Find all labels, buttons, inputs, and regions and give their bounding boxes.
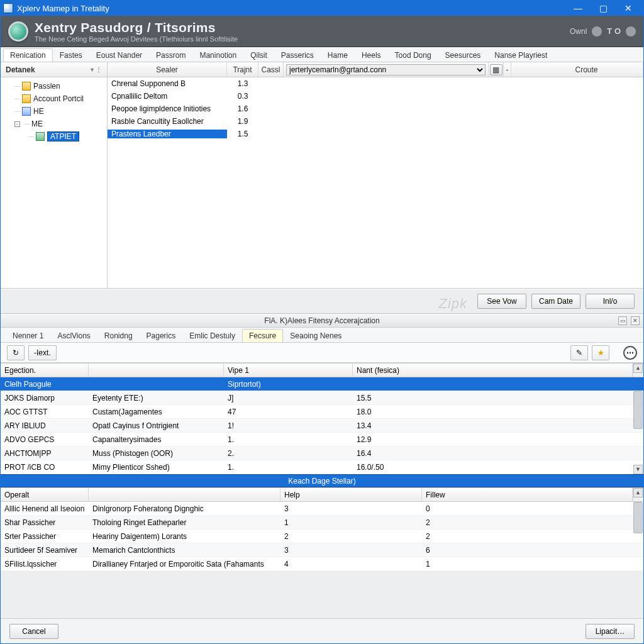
- footer-bar: Cancel Lipacit…: [1, 618, 643, 643]
- grid1-row[interactable]: AHCTfOM|PPMuss (Phistogen (OOR)2.16.4: [1, 447, 643, 460]
- list-row[interactable]: Cpnallilic Deltom0.3: [108, 90, 643, 103]
- sub-tab-2[interactable]: Ronidng: [97, 329, 140, 342]
- main-tab-9[interactable]: Tood Dong: [388, 48, 438, 62]
- banner-code: T O: [607, 26, 621, 36]
- refresh-button[interactable]: ↻: [7, 345, 25, 360]
- center-pane: Sealer Trajnt Cassl jerterlycemarln@grta…: [108, 62, 643, 288]
- grid1-group-row[interactable]: Clelh PaoguleSiprtortot): [1, 377, 643, 391]
- sub-tab-0[interactable]: Nenner 1: [6, 329, 50, 342]
- grid2-row[interactable]: Srter PassicherHeariny Daigentem) Lorant…: [1, 530, 643, 543]
- scroll-up-icon[interactable]: ▲: [633, 364, 643, 373]
- main-tab-5[interactable]: Qilsit: [243, 48, 274, 62]
- grid1-col-4[interactable]: Nant (fesica): [353, 364, 633, 377]
- col-croute[interactable]: Croute: [530, 62, 643, 77]
- sidebar-tree: ┈┈Passlen┈┈Account Portcil┈┈HE−┈┈ME┈┈ATP…: [1, 77, 107, 145]
- main-tab-10[interactable]: Seesurces: [438, 48, 488, 62]
- sidebar: Detanek ▾ ⋮ ┈┈Passlen┈┈Account Portcil┈┈…: [1, 62, 108, 288]
- grid1-row[interactable]: ARY IBLlUDOpatl Cayinus f Ontrigient1!13…: [1, 419, 643, 433]
- expand-icon[interactable]: −: [14, 121, 20, 127]
- main-tab-11[interactable]: Nanse Playriest: [487, 48, 554, 62]
- col-sealer[interactable]: Sealer: [108, 62, 227, 77]
- account-combo[interactable]: jerterlycemarln@grtand.conn: [286, 64, 486, 75]
- grid1-col-1[interactable]: Egection.: [1, 364, 89, 377]
- sidebar-header[interactable]: Detanek ▾ ⋮: [1, 62, 107, 77]
- col-trajnt[interactable]: Trajnt: [227, 62, 258, 77]
- tree-node[interactable]: ┈┈Account Portcil: [2, 92, 106, 105]
- list-combo-cell: jerterlycemarln@grtand.conn: [284, 62, 489, 77]
- list-row[interactable]: Prastens Laedber1.5: [108, 128, 643, 140]
- app-banner: Xentry Pasudorg / Titsorims The Neoe Cet…: [1, 16, 643, 47]
- grid2-col-2[interactable]: [89, 488, 280, 501]
- grid1-col-3[interactable]: Vipe 1: [224, 364, 353, 377]
- grid1-row[interactable]: PROT /iCB COMimy Plienticor Sshed)1.16.0…: [1, 460, 643, 474]
- tree-node[interactable]: −┈┈ME: [2, 118, 106, 130]
- grid2-col-1[interactable]: Operalt: [1, 488, 89, 501]
- grid2-row[interactable]: Shar PassicherTholoing Ringet Eatheparle…: [1, 516, 643, 530]
- grid1-col-2[interactable]: [89, 364, 224, 377]
- grid2-scrollbar[interactable]: [633, 502, 643, 533]
- grid2-col-4[interactable]: Fillew: [422, 488, 633, 501]
- list-iconbtn-2[interactable]: -: [504, 62, 511, 77]
- banner-clock-icon[interactable]: [626, 26, 636, 36]
- work-area: Detanek ▾ ⋮ ┈┈Passlen┈┈Account Portcil┈┈…: [1, 62, 643, 289]
- main-tab-3[interactable]: Passrom: [149, 48, 192, 62]
- banner-logo-icon: [8, 21, 28, 42]
- tree-node[interactable]: ┈┈HE: [2, 105, 106, 118]
- main-tab-1[interactable]: Fastes: [53, 48, 89, 62]
- grid1-header: Egection. Vipe 1 Nant (fesica) ▲: [1, 364, 643, 377]
- sidebar-header-label: Detanek: [6, 65, 35, 74]
- main-tab-4[interactable]: Maninotion: [192, 48, 243, 62]
- tree-label: ME: [31, 119, 43, 128]
- banner-right-label: Ownl: [570, 27, 587, 36]
- sub-tab-5[interactable]: Fecsure: [242, 329, 283, 342]
- list-row[interactable]: Chrenal Supponend B1.3: [108, 77, 643, 90]
- grid2-row[interactable]: Alllic Henend all IseoionDinlgronorp Foh…: [1, 502, 643, 516]
- list-row[interactable]: Peopoe ligimpldence lnitioties1.6: [108, 103, 643, 115]
- main-tab-0[interactable]: Renication: [3, 48, 53, 62]
- sub-tab-6[interactable]: Seaoing Nenes: [283, 329, 348, 342]
- favorite-button[interactable]: ★: [592, 345, 609, 360]
- col-cassl[interactable]: Cassl: [258, 62, 284, 77]
- subpanel-close-icon[interactable]: ✕: [631, 316, 640, 325]
- tree-node[interactable]: ┈┈ATPIET: [2, 130, 106, 143]
- lipacit-button[interactable]: Lipacit…: [586, 624, 635, 639]
- edit-button[interactable]: ✎: [570, 345, 588, 360]
- banner-gear-icon[interactable]: [592, 26, 602, 36]
- grid1-row[interactable]: JOKS DiamorpEyetenty ETE:)J]15.5: [1, 391, 643, 405]
- scroll-up-icon[interactable]: ▲: [633, 488, 643, 497]
- main-tab-6[interactable]: Passerics: [274, 48, 321, 62]
- text-button[interactable]: -Iext.: [28, 345, 57, 360]
- list-row[interactable]: Rasble Cancultity Eaollcher1.9: [108, 115, 643, 128]
- grid1-row[interactable]: AOC GTTSTCustam(Jagamentes4718.0: [1, 405, 643, 419]
- sidebar-dropdown-icon[interactable]: ▾ ⋮: [91, 66, 102, 73]
- main-tab-7[interactable]: Hame: [321, 48, 355, 62]
- watermark-text: Zipk: [438, 296, 467, 312]
- minimize-button[interactable]: —: [565, 2, 591, 14]
- sub-tab-1[interactable]: AsclVions: [50, 329, 97, 342]
- subpanel-restore-icon[interactable]: ▭: [618, 316, 627, 325]
- cam-date-button[interactable]: Cam Date: [531, 294, 580, 309]
- main-tab-8[interactable]: Heels: [355, 48, 388, 62]
- grid1-row[interactable]: ADVO GEPCSCapanalterysimades1.12.9: [1, 433, 643, 447]
- more-button[interactable]: ⋯: [623, 346, 637, 360]
- scroll-down-icon[interactable]: ▼: [633, 465, 643, 474]
- main-tab-2[interactable]: Eoust Nander: [89, 48, 149, 62]
- tree-node[interactable]: ┈┈Passlen: [2, 80, 106, 92]
- sub-tab-4[interactable]: Emlic Destuly: [182, 329, 242, 342]
- banner-title: Xentry Pasudorg / Titsorims: [35, 20, 238, 35]
- grid2-row[interactable]: Surtideer 5f SeamiverMemarich Cantclonth…: [1, 543, 643, 557]
- grid-settings-icon[interactable]: ▦: [490, 64, 502, 75]
- see-vow-button[interactable]: See Vow: [477, 294, 526, 309]
- banner-subtitle: The Neoe Ceting Beged Awvoj Devitees (Tl…: [35, 35, 238, 43]
- grid-1: Egection. Vipe 1 Nant (fesica) ▲ Clelh P…: [1, 363, 643, 474]
- tree-label: Account Portcil: [33, 94, 84, 103]
- folder-icon: [22, 94, 31, 103]
- grid2-row[interactable]: SFilist.lqssicherDirallianey Fntarjed or…: [1, 557, 643, 571]
- grid1-scrollbar[interactable]: [633, 391, 643, 429]
- sub-tab-3[interactable]: Pagerics: [140, 329, 183, 342]
- grid2-col-3[interactable]: Help: [280, 488, 422, 501]
- info-button[interactable]: Inl/o: [586, 294, 635, 309]
- close-button[interactable]: ✕: [616, 2, 641, 14]
- cancel-button[interactable]: Cancel: [9, 624, 58, 639]
- maximize-button[interactable]: ▢: [591, 2, 616, 14]
